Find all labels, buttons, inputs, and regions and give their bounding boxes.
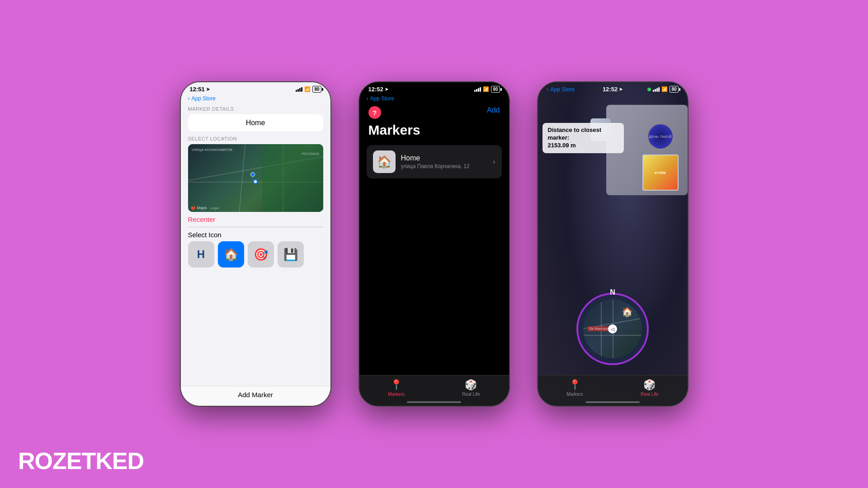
distance-value: 2153.09 m bbox=[548, 142, 618, 150]
icon-h[interactable]: H bbox=[188, 241, 214, 267]
marker-info-home: Home улица Павла Корчагина, 12 bbox=[401, 154, 488, 169]
battery-1: 80 bbox=[312, 86, 321, 93]
icon-save[interactable]: 💾 bbox=[278, 241, 304, 267]
map-district-text: РОСТКИНО bbox=[302, 152, 320, 155]
round-sticker-text: ДЕНЬ ТАКОЙ bbox=[649, 135, 672, 139]
status-bar-3: ‹ App Store 12:52 ➤ 📶 80 bbox=[538, 82, 688, 94]
map-location-dot bbox=[253, 179, 258, 184]
back-link-3[interactable]: App Store bbox=[551, 86, 575, 93]
phone2-content: ? Add Markers 🏠 Home улица Павла Корчаги… bbox=[359, 102, 509, 180]
icon-save-emoji: 💾 bbox=[283, 248, 298, 262]
map-label: 🍎 Maps Legal bbox=[191, 206, 219, 210]
phone-3: ‹ App Store 12:52 ➤ 📶 80 👕 ДЕНЬ ТАКОЙ bbox=[537, 81, 689, 407]
battery-2: 80 bbox=[491, 86, 500, 93]
time-2: 12:52 ➤ bbox=[368, 86, 388, 93]
time-1: 12:51 ➤ bbox=[190, 86, 210, 93]
compass-shop-label: Ла Фантази bbox=[588, 326, 610, 331]
phone-1: 12:51 ➤ 📶 80 ‹ App Store MARKER DETAILS … bbox=[180, 81, 331, 407]
divider-1 bbox=[188, 227, 323, 227]
tab-reallife-2[interactable]: 🎲 Real Life bbox=[462, 379, 480, 397]
select-location-label: SELECT LOCATION bbox=[188, 136, 323, 141]
map-road-v1 bbox=[239, 144, 246, 212]
wifi-icon-3: 📶 bbox=[661, 86, 668, 92]
status-icons-1: 📶 80 bbox=[296, 86, 321, 93]
compass-map: 🏠 Ла Фантази ◁ bbox=[583, 300, 642, 358]
add-button[interactable]: Add bbox=[487, 106, 500, 114]
markers-tab-icon-3: 📍 bbox=[569, 379, 581, 391]
rect-sticker-text: КУПЕМ bbox=[655, 171, 665, 174]
maps-text: Maps bbox=[197, 206, 207, 210]
tab-markers-3[interactable]: 📍 Markers bbox=[566, 379, 583, 397]
location-icon-2: ➤ bbox=[385, 87, 388, 92]
rect-sticker: КУПЕМ bbox=[642, 155, 679, 191]
reallife-tab-label: Real Life bbox=[462, 392, 480, 397]
status-bar-2: 12:52 ➤ 📶 80 bbox=[359, 82, 509, 94]
icon-house[interactable]: 🏠 bbox=[218, 241, 244, 267]
signal-bars-1 bbox=[296, 87, 302, 92]
marker-house-icon: 🏠 bbox=[377, 155, 392, 169]
back-arrow-2: ‹ bbox=[367, 95, 368, 102]
distance-label: Distance to closest marker: bbox=[548, 127, 618, 142]
back-arrow-3: ‹ bbox=[547, 86, 549, 93]
wifi-icon-1: 📶 bbox=[304, 86, 311, 92]
legal-text: Legal bbox=[210, 206, 219, 210]
markers-header: ? Add bbox=[359, 102, 509, 122]
name-input-row[interactable]: Home bbox=[188, 114, 323, 131]
reallife-tab-icon: 🎲 bbox=[465, 379, 477, 391]
status-bar-1: 12:51 ➤ 📶 80 bbox=[181, 82, 330, 94]
marker-details-label: MARKER DETAILS bbox=[188, 106, 323, 112]
marker-item-home[interactable]: 🏠 Home улица Павла Корчагина, 12 › bbox=[367, 145, 502, 178]
wifi-icon-2: 📶 bbox=[483, 86, 489, 92]
compass-north-label: N bbox=[610, 288, 615, 296]
markers-tab-label: Markers bbox=[388, 392, 404, 397]
time-3: 12:52 ➤ bbox=[603, 86, 623, 93]
signal-bars-3 bbox=[653, 87, 660, 92]
tab-markers-2[interactable]: 📍 Markers bbox=[388, 379, 404, 397]
home-indicator-2 bbox=[407, 401, 461, 403]
signal-bars-2 bbox=[474, 87, 481, 92]
map-street-text: УЛИЦА КОСМОНАВТОВ bbox=[192, 148, 233, 152]
add-marker-button[interactable]: Add Marker bbox=[238, 391, 273, 399]
compass-direction-arrow: ◁ bbox=[608, 324, 617, 333]
status-left-3: ‹ App Store bbox=[547, 86, 575, 93]
back-link-1[interactable]: App Store bbox=[192, 95, 216, 102]
phone1-content: MARKER DETAILS Home SELECT LOCATION УЛИЦ… bbox=[181, 106, 330, 267]
distance-box: Distance to closest marker: 2153.09 m bbox=[542, 123, 624, 153]
markers-title-row: Markers bbox=[359, 122, 509, 143]
marker-icon-home: 🏠 bbox=[373, 150, 396, 173]
recenter-button[interactable]: Recenter bbox=[188, 216, 323, 223]
icon-h-label: H bbox=[197, 248, 205, 261]
compass-ring: N 🏠 Ла Фантази ◁ bbox=[576, 293, 649, 365]
name-input-value: Home bbox=[246, 119, 265, 127]
status-icons-2: 📶 80 bbox=[474, 86, 500, 93]
location-icon-3: ➤ bbox=[619, 87, 623, 92]
markers-tab-label-3: Markers bbox=[566, 392, 583, 397]
compass-home-icon: 🏠 bbox=[622, 306, 633, 317]
chevron-right-icon: › bbox=[493, 158, 495, 166]
icon-target[interactable]: 🎯 bbox=[248, 241, 274, 267]
watermark-text: ROZETKED bbox=[18, 447, 144, 474]
markers-title: Markers bbox=[368, 122, 420, 137]
markers-tab-icon: 📍 bbox=[390, 379, 402, 391]
question-button[interactable]: ? bbox=[368, 106, 381, 119]
phone-2: 12:52 ➤ 📶 80 ‹ App Store ? Add Markers bbox=[359, 81, 510, 407]
home-indicator-3 bbox=[585, 401, 640, 403]
status-icons-3: 📶 80 bbox=[647, 86, 678, 93]
location-icon-1: ➤ bbox=[206, 87, 210, 92]
icon-target-emoji: 🎯 bbox=[254, 248, 268, 262]
round-sticker: ДЕНЬ ТАКОЙ bbox=[647, 123, 674, 150]
back-link-2[interactable]: App Store bbox=[370, 95, 394, 102]
add-marker-bar: Add Marker bbox=[181, 386, 330, 406]
green-dot-icon bbox=[647, 88, 651, 91]
marker-addr-home: улица Павла Корчагина, 12 bbox=[401, 163, 488, 169]
tab-reallife-3[interactable]: 🎲 Real Life bbox=[641, 379, 658, 397]
marker-name-home: Home bbox=[401, 154, 488, 162]
icon-house-emoji: 🏠 bbox=[224, 248, 238, 262]
apple-logo-icon: 🍎 bbox=[191, 206, 196, 210]
reallife-tab-label-3: Real Life bbox=[641, 392, 658, 397]
back-arrow-1: ‹ bbox=[188, 95, 190, 102]
icon-grid: H 🏠 🎯 💾 bbox=[188, 241, 323, 267]
battery-3: 80 bbox=[670, 86, 678, 93]
map-container[interactable]: УЛИЦА КОСМОНАВТОВ РОСТКИНО 🍎 Maps Legal bbox=[188, 144, 323, 212]
select-icon-label: Select Icon bbox=[188, 231, 323, 239]
